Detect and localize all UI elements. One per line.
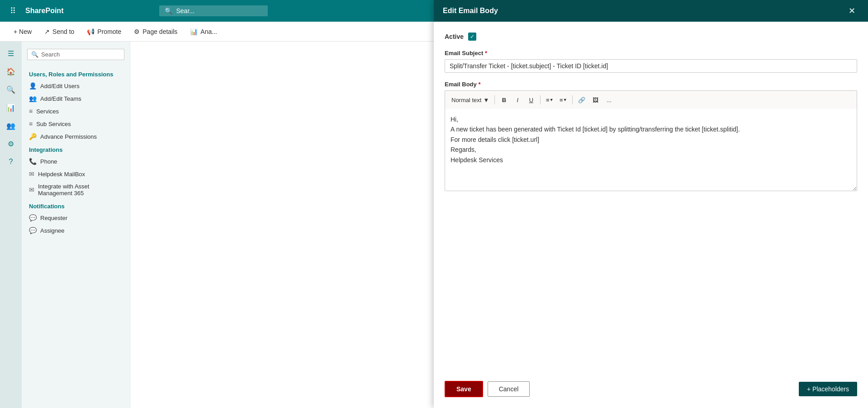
sendto-button[interactable]: ↗ Send to bbox=[38, 22, 81, 42]
underline-button[interactable]: U bbox=[525, 94, 537, 106]
sidebar-item-sub-services[interactable]: ≡ Sub Services bbox=[22, 117, 130, 130]
nav-search[interactable]: 🔍 bbox=[3, 81, 19, 98]
user-icon: 👤 bbox=[29, 82, 37, 89]
icon-nav: ☰ 🏠 🔍 📊 👥 ⚙ ? bbox=[0, 42, 22, 408]
editor-toolbar: Normal text ▼ B I U ≡ ▼ ≡ ▼ bbox=[445, 90, 857, 109]
sidebar-item-services[interactable]: ≡ Services bbox=[22, 105, 130, 117]
sidebar-item-assignee[interactable]: 💬 Assignee bbox=[22, 224, 130, 237]
nav-chart[interactable]: 📊 bbox=[3, 99, 19, 116]
analytics-icon: 📊 bbox=[190, 28, 198, 35]
top-search-bar[interactable]: 🔍 Sear... bbox=[159, 5, 268, 16]
subject-required-marker: * bbox=[485, 50, 487, 56]
nav-help[interactable]: ? bbox=[3, 154, 19, 170]
sidebar-section-notifications: Notifications bbox=[22, 199, 130, 211]
image-button[interactable]: 🖼 bbox=[589, 94, 602, 106]
app-name: SharePoint bbox=[25, 7, 63, 15]
mailbox-icon: ✉ bbox=[29, 170, 34, 178]
placeholders-button[interactable]: + Placeholders bbox=[799, 382, 857, 396]
analytics-button[interactable]: 📊 Ana... bbox=[184, 22, 223, 42]
team-icon: 👥 bbox=[29, 95, 37, 102]
modal-close-button[interactable]: ✕ bbox=[844, 4, 859, 18]
search-placeholder: Sear... bbox=[176, 7, 194, 14]
email-subject-input[interactable] bbox=[445, 59, 857, 73]
list-dropdown-icon: ▼ bbox=[563, 98, 567, 102]
align-button[interactable]: ≡ ▼ bbox=[543, 94, 556, 106]
sidebar-section-integrations: Integrations bbox=[22, 143, 130, 155]
sidebar-item-add-edit-users[interactable]: 👤 Add/Edit Users bbox=[22, 80, 130, 92]
list-icon: ≡ bbox=[560, 97, 563, 103]
align-icon: ≡ bbox=[546, 97, 550, 103]
assignee-icon: 💬 bbox=[29, 227, 37, 234]
body-required-marker: * bbox=[478, 81, 480, 88]
toolbar-divider-2 bbox=[540, 95, 541, 104]
sidebar: 🔍 Search Users, Roles and Permissions 👤 … bbox=[22, 42, 130, 408]
sub-services-icon: ≡ bbox=[29, 120, 33, 127]
save-button[interactable]: Save bbox=[445, 381, 483, 397]
integrate-icon: ✉ bbox=[29, 186, 34, 193]
sidebar-search-icon: 🔍 bbox=[31, 51, 38, 58]
waffle-icon[interactable]: ⠿ bbox=[5, 6, 20, 16]
active-label: Active bbox=[445, 33, 464, 40]
email-body-textarea[interactable] bbox=[445, 109, 857, 191]
promote-icon: 📢 bbox=[87, 28, 95, 35]
sidebar-search[interactable]: 🔍 Search bbox=[27, 49, 124, 60]
modal-title: Edit Email Body bbox=[443, 7, 498, 15]
search-icon: 🔍 bbox=[165, 7, 172, 14]
modal-header: Edit Email Body ✕ bbox=[434, 0, 868, 22]
sendto-icon: ↗ bbox=[44, 28, 50, 35]
toolbar-divider-3 bbox=[572, 95, 573, 104]
nav-settings[interactable]: ⚙ bbox=[3, 136, 19, 152]
dropdown-arrow-icon: ▼ bbox=[483, 97, 489, 103]
sidebar-item-add-edit-teams[interactable]: 👥 Add/Edit Teams bbox=[22, 92, 130, 105]
services-icon: ≡ bbox=[29, 108, 33, 115]
nav-home[interactable]: 🏠 bbox=[3, 63, 19, 80]
new-button[interactable]: + New bbox=[7, 22, 38, 42]
italic-button[interactable]: I bbox=[511, 94, 524, 106]
pagedetails-icon: ⚙ bbox=[134, 28, 140, 35]
promote-button[interactable]: 📢 Promote bbox=[81, 22, 128, 42]
permissions-icon: 🔑 bbox=[29, 133, 37, 140]
sidebar-item-phone[interactable]: 📞 Phone bbox=[22, 155, 130, 168]
requester-icon: 💬 bbox=[29, 214, 37, 221]
nav-hamburger[interactable]: ☰ bbox=[3, 45, 19, 61]
active-row: Active bbox=[445, 33, 857, 41]
phone-icon: 📞 bbox=[29, 158, 37, 165]
email-subject-label: Email Subject * bbox=[445, 50, 857, 56]
toolbar-divider-1 bbox=[494, 95, 495, 104]
nav-people[interactable]: 👥 bbox=[3, 117, 19, 134]
sidebar-section-users: Users, Roles and Permissions bbox=[22, 67, 130, 80]
image-icon: 🖼 bbox=[593, 97, 598, 103]
modal-panel: Edit Email Body ✕ Active Email Subject *… bbox=[434, 0, 868, 408]
active-checkbox[interactable] bbox=[468, 33, 476, 41]
email-body-label: Email Body * bbox=[445, 81, 857, 88]
cancel-button[interactable]: Cancel bbox=[488, 381, 530, 397]
sidebar-item-integrate-asset[interactable]: ✉ Integrate with Asset Management 365 bbox=[22, 180, 130, 199]
sidebar-item-requester[interactable]: 💬 Requester bbox=[22, 211, 130, 224]
link-button[interactable]: 🔗 bbox=[575, 94, 588, 106]
text-style-dropdown[interactable]: Normal text ▼ bbox=[449, 96, 492, 104]
list-button[interactable]: ≡ ▼ bbox=[557, 94, 569, 106]
more-icon: ... bbox=[607, 97, 612, 103]
sidebar-item-advance-permissions[interactable]: 🔑 Advance Permissions bbox=[22, 130, 130, 143]
more-button[interactable]: ... bbox=[602, 94, 615, 106]
modal-footer: Save Cancel + Placeholders bbox=[434, 381, 868, 408]
bold-button[interactable]: B bbox=[498, 94, 510, 106]
sidebar-item-helpdesk-mailbox[interactable]: ✉ Helpdesk MailBox bbox=[22, 168, 130, 180]
link-icon: 🔗 bbox=[578, 97, 585, 103]
align-dropdown-icon: ▼ bbox=[550, 98, 554, 102]
modal-body: Active Email Subject * Email Body * Norm… bbox=[434, 22, 868, 381]
pagedetails-button[interactable]: ⚙ Page details bbox=[128, 22, 184, 42]
